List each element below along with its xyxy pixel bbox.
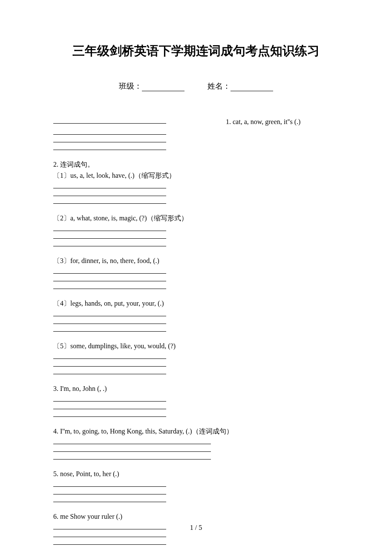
answer-block [53, 182, 339, 204]
answer-line[interactable] [53, 282, 166, 289]
question-5-text: 5. nose, Point, to, her (.) [53, 469, 339, 479]
question-2-sub2: 〔2〕a, what, stone, is, magic, (?)（缩写形式） [53, 213, 339, 223]
page-number: 1 / 5 [0, 524, 392, 532]
answer-line[interactable] [53, 367, 166, 374]
answer-line[interactable] [53, 410, 166, 417]
answer-line[interactable] [53, 538, 166, 545]
answer-line[interactable] [53, 182, 166, 188]
page-title: 三年级剑桥英语下学期连词成句考点知识练习 [53, 43, 339, 60]
answer-block [53, 224, 339, 246]
content-area: 1. cat, a, now, green, it''s (.) 2. 连词成句… [53, 117, 339, 545]
answer-line[interactable] [53, 445, 211, 452]
answer-line[interactable] [53, 189, 166, 196]
answer-line[interactable] [53, 240, 166, 246]
question-1-text: 1. cat, a, now, green, it''s (.) [226, 117, 300, 127]
answer-block [53, 267, 339, 289]
answer-line[interactable] [53, 437, 211, 444]
answer-block [53, 395, 339, 417]
answer-line[interactable] [53, 453, 211, 460]
answer-line[interactable] [53, 495, 166, 502]
answer-line[interactable] [53, 232, 166, 239]
answer-line[interactable] [53, 267, 166, 274]
answer-line[interactable] [53, 128, 166, 135]
form-row: 班级： 姓名： [53, 81, 339, 91]
answer-line[interactable] [53, 352, 166, 359]
answer-line[interactable] [53, 480, 166, 487]
answer-line[interactable] [53, 136, 166, 142]
question-1-row: 1. cat, a, now, green, it''s (.) [53, 117, 339, 127]
answer-block [53, 128, 339, 150]
answer-block [53, 309, 339, 332]
question-2-sub4: 〔4〕legs, hands, on, put, your, your, (.) [53, 298, 339, 309]
question-3-text: 3. I'm, no, John (, .) [53, 384, 339, 394]
question-4-text: 4. I''m, to, going, to, Hong Kong, this,… [53, 426, 339, 436]
answer-line[interactable] [53, 309, 166, 316]
answer-line[interactable] [53, 402, 166, 409]
answer-line[interactable] [53, 143, 166, 150]
answer-block [53, 480, 339, 502]
answer-line[interactable] [53, 117, 166, 124]
answer-line[interactable] [53, 360, 166, 367]
answer-line[interactable] [53, 275, 166, 281]
answer-line[interactable] [53, 224, 166, 231]
name-label: 姓名： [208, 81, 231, 91]
question-2-sub1: 〔1〕us, a, let, look, have, (.)（缩写形式） [53, 171, 339, 181]
question-2-header: 2. 连词成句。 [53, 159, 339, 170]
question-6-text: 6. me Show your ruler (.) [53, 512, 339, 522]
name-blank[interactable] [231, 91, 273, 91]
answer-line[interactable] [53, 488, 166, 494]
class-blank[interactable] [142, 91, 184, 91]
class-label: 班级： [119, 81, 142, 91]
answer-line[interactable] [53, 317, 166, 324]
answer-block [53, 437, 339, 460]
answer-line[interactable] [53, 325, 166, 332]
question-2-sub3: 〔3〕for, dinner, is, no, there, food, (.) [53, 256, 339, 266]
answer-line[interactable] [53, 197, 166, 204]
answer-line[interactable] [53, 395, 166, 402]
answer-block [53, 352, 339, 374]
question-2-sub5: 〔5〕some, dumplings, like, you, would, (?… [53, 341, 339, 351]
